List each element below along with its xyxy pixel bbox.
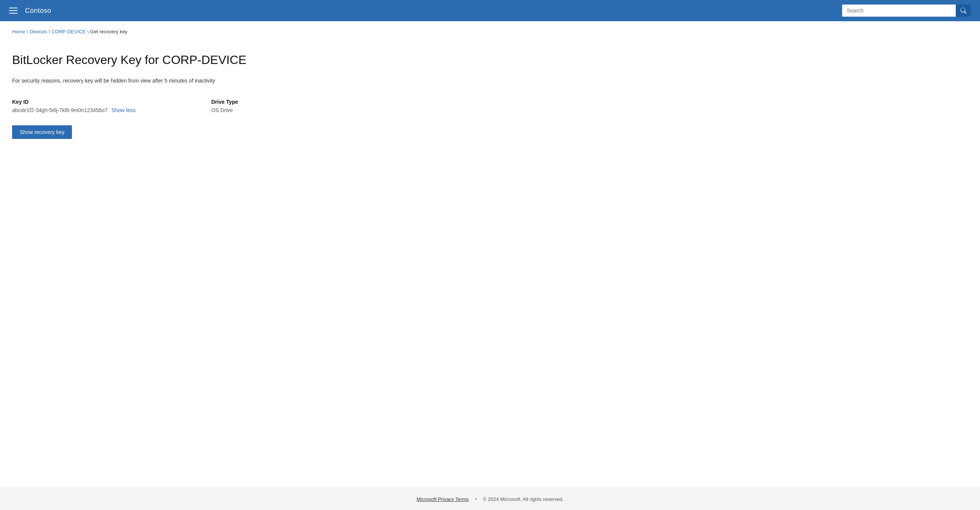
privacy-terms-link[interactable]: Microsoft Privacy Terms bbox=[417, 496, 469, 502]
app-title: Contoso bbox=[25, 7, 51, 15]
breadcrumb: Home \ Devices \ CORP-DEVICE \ Get recov… bbox=[0, 21, 980, 35]
search-icon bbox=[960, 8, 966, 14]
breadcrumb-current: Get recovery key bbox=[90, 29, 127, 35]
app-header: Contoso bbox=[0, 0, 980, 21]
drive-type-section: Drive Type OS Drive bbox=[211, 99, 238, 113]
page-title: BitLocker Recovery Key for CORP-DEVICE bbox=[12, 52, 968, 67]
key-id-section: Key ID abcde1f2-34gh-5i6j-7kl8-9m0n12345… bbox=[12, 99, 135, 113]
search-container bbox=[842, 5, 971, 17]
key-details: Key ID abcde1f2-34gh-5i6j-7kl8-9m0n12345… bbox=[12, 99, 968, 113]
header-left: Contoso bbox=[9, 7, 51, 15]
hamburger-menu[interactable] bbox=[9, 8, 18, 14]
breadcrumb-separator-3: \ bbox=[87, 29, 89, 35]
show-less-link[interactable]: Show less bbox=[111, 107, 135, 113]
search-button[interactable] bbox=[956, 5, 971, 17]
key-id-value-row: abcde1f2-34gh-5i6j-7kl8-9m0n123456o7 Sho… bbox=[12, 107, 135, 113]
breadcrumb-home[interactable]: Home bbox=[12, 29, 25, 35]
breadcrumb-devices[interactable]: Devices bbox=[30, 29, 47, 35]
drive-type-value: OS Drive bbox=[211, 107, 238, 113]
security-notice: For security reasons, recovery key will … bbox=[12, 78, 968, 84]
footer-separator: • bbox=[475, 496, 477, 502]
key-id-label: Key ID bbox=[12, 99, 135, 105]
breadcrumb-separator-1: \ bbox=[27, 29, 29, 35]
key-id-value: abcde1f2-34gh-5i6j-7kl8-9m0n123456o7 bbox=[12, 107, 108, 113]
show-recovery-key-button[interactable]: Show recovery key bbox=[12, 126, 72, 139]
breadcrumb-separator-2: \ bbox=[49, 29, 50, 35]
footer-copyright: © 2024 Microsoft. All rights reserved. bbox=[483, 496, 563, 502]
search-input[interactable] bbox=[842, 5, 956, 17]
page-footer: Microsoft Privacy Terms • © 2024 Microso… bbox=[0, 488, 980, 510]
main-content: BitLocker Recovery Key for CORP-DEVICE F… bbox=[0, 35, 980, 488]
breadcrumb-device[interactable]: CORP-DEVICE bbox=[51, 29, 86, 35]
drive-type-label: Drive Type bbox=[211, 99, 238, 105]
